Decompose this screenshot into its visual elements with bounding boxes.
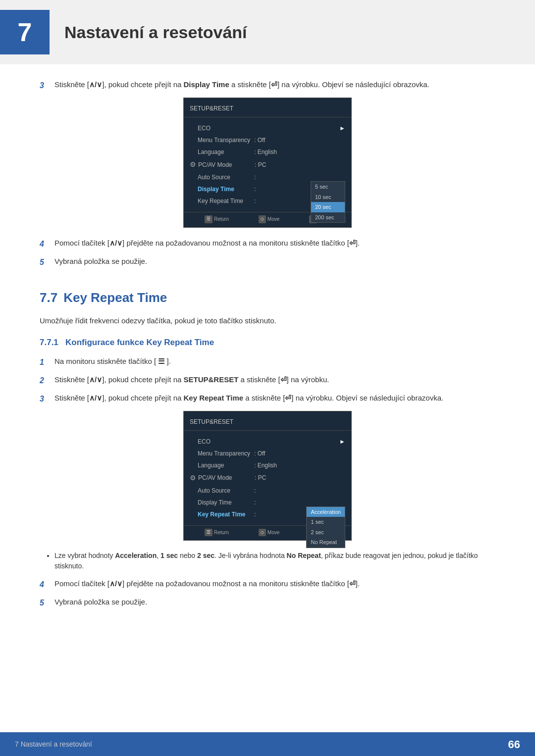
step-num-3: 3 [40, 79, 54, 92]
step-771-3-num: 3 [40, 393, 54, 405]
menu-move-2: ◇ Move [259, 529, 279, 537]
menu-row-displaytime: Display Time : 5 sec 10 sec 20 sec 200 s… [184, 183, 351, 195]
footer-chapter-text: 7 Nastavení a resetování [15, 739, 92, 750]
page-header: 7 Nastavení a resetování [0, 0, 535, 64]
bullet-item-1: Lze vybrat hodnoty Acceleration, 1 sec n… [54, 551, 495, 571]
display-time-dropdown: 5 sec 10 sec 20 sec 200 sec [311, 181, 345, 223]
step-771-2-text: Stiskněte [∧/∨], pokud chcete přejít na … [54, 374, 495, 386]
return-icon: ☰ [205, 215, 213, 223]
section-77-desc: Umožňuje řídit frekvenci odezvy tlačítka… [40, 315, 495, 327]
menu-row-language: Language : English [184, 146, 351, 158]
step-771-1: 1 Na monitoru stiskněte tlačítko [ ☰ ]. [40, 356, 495, 368]
section-77-heading: 7.7 Key Repeat Time [40, 288, 495, 307]
subsection-771-num: 7.7.1 [40, 338, 58, 347]
page-container: 7 Nastavení a resetování 3 Stiskněte [∧/… [0, 0, 535, 756]
step-771-2-num: 2 [40, 374, 54, 387]
step-5: 5 Vybraná položka se použije. [40, 256, 495, 268]
subsection-771-title: Konfigurace funkce Key Repeat Time [65, 338, 214, 347]
menu-screenshot-2: SETUP&RESET ECO ► Menu Transparency : Of… [183, 411, 352, 541]
chapter-number: 7 [0, 10, 50, 54]
step-771-4-text: Pomocí tlačítek [∧/∨] přejděte na požado… [54, 578, 495, 590]
menu-row-pcav: ⚙ PC/AV Mode : PC [184, 158, 351, 171]
menu-row2-eco: ECO ► [184, 436, 351, 448]
menu-screenshot-1: SETUP&RESET ECO ► Menu Transparency : Of… [183, 98, 352, 228]
menu-row2-keyrepeat: Key Repeat Time : Acceleration 1 sec 2 s… [184, 508, 351, 520]
menu-return-2: ☰ Return [205, 529, 229, 537]
step-771-5: 5 Vybraná položka se použije. [40, 597, 495, 609]
menu-row2-pcav: ⚙ PC/AV Mode : PC [184, 471, 351, 485]
menu-rows-2: ECO ► Menu Transparency : Off Language :… [184, 434, 351, 522]
menu-row2-transparency: Menu Transparency : Off [184, 448, 351, 459]
page-title: Nastavení a resetování [64, 20, 247, 45]
step-771-5-num: 5 [40, 597, 54, 609]
page-footer: 7 Nastavení a resetování 66 [0, 732, 535, 756]
menu-row-transparency: Menu Transparency : Off [184, 134, 351, 146]
step-771-4: 4 Pomocí tlačítek [∧/∨] přejděte na poža… [40, 578, 495, 591]
gear-icon-2: ⚙ [190, 473, 196, 483]
step-3-display-time: 3 Stiskněte [∧/∨], pokud chcete přejít n… [40, 79, 495, 92]
step-771-5-text: Vybraná položka se použije. [54, 597, 495, 608]
step-4-text: Pomocí tlačítek [∧/∨] přejděte na požado… [54, 238, 495, 249]
menu-row2-autosource: Auto Source : [184, 485, 351, 497]
menu-rows-1: ECO ► Menu Transparency : Off Language :… [184, 120, 351, 209]
step-771-1-text: Na monitoru stiskněte tlačítko [ ☰ ]. [54, 356, 495, 367]
step-771-1-num: 1 [40, 356, 54, 368]
return-icon-2: ☰ [205, 529, 213, 537]
gear-icon: ⚙ [190, 159, 196, 170]
key-repeat-dropdown: Acceleration 1 sec 2 sec No Repeat [306, 506, 345, 548]
main-content: 3 Stiskněte [∧/∨], pokud chcete přejít n… [0, 79, 535, 609]
subsection-771-heading: 7.7.1 Konfigurace funkce Key Repeat Time [40, 336, 495, 349]
menu-title-1: SETUP&RESET [184, 104, 351, 117]
move-icon-2: ◇ [259, 529, 266, 537]
menu-row2-language: Language : English [184, 459, 351, 471]
step-5-text: Vybraná položka se použije. [54, 256, 495, 267]
section-77-title: Key Repeat Time [63, 288, 167, 307]
bullet-list: Lze vybrat hodnoty Acceleration, 1 sec n… [54, 551, 495, 571]
step-771-3-text: Stiskněte [∧/∨], pokud chcete přejít na … [54, 393, 495, 404]
section-77-num: 7.7 [40, 288, 57, 307]
step-num-4: 4 [40, 238, 54, 250]
step-771-4-num: 4 [40, 578, 54, 591]
step-num-5: 5 [40, 256, 54, 268]
step-771-2: 2 Stiskněte [∧/∨], pokud chcete přejít n… [40, 374, 495, 387]
menu-title-2: SETUP&RESET [184, 417, 351, 431]
menu-return-1: ☰ Return [205, 215, 229, 223]
footer-page-num: 66 [508, 736, 520, 753]
step-3-text: Stiskněte [∧/∨], pokud chcete přejít na … [54, 79, 495, 91]
step-771-3: 3 Stiskněte [∧/∨], pokud chcete přejít n… [40, 393, 495, 405]
menu-move-1: ◇ Move [259, 215, 279, 223]
step-4: 4 Pomocí tlačítek [∧/∨] přejděte na poža… [40, 238, 495, 250]
menu-row-eco: ECO ► [184, 122, 351, 134]
move-icon: ◇ [259, 215, 266, 223]
